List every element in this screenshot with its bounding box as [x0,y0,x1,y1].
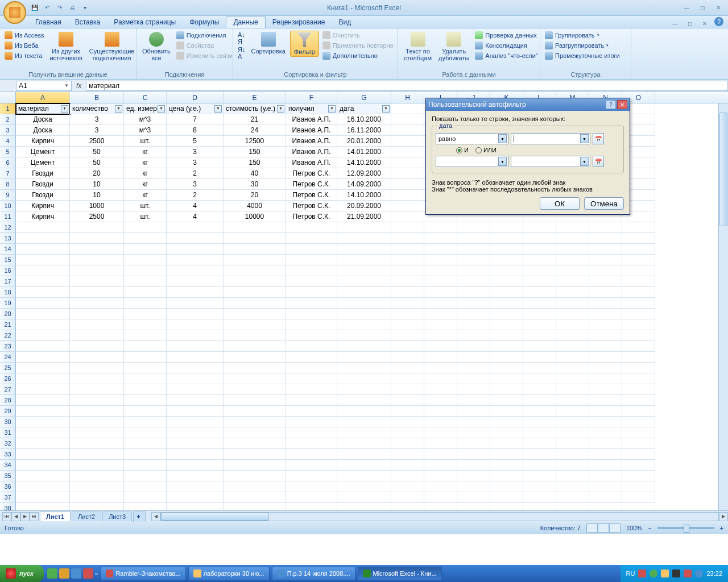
cell[interactable] [286,384,337,395]
date-picker1-button[interactable]: 📅 [593,133,604,144]
cell[interactable] [556,384,589,395]
col-header-C[interactable]: C [124,92,167,103]
cell[interactable] [391,460,424,471]
cell[interactable] [224,471,286,481]
cell[interactable] [589,460,622,471]
cell[interactable] [337,233,391,244]
cell[interactable] [490,406,523,417]
cell[interactable] [523,363,556,373]
cell[interactable] [224,438,286,449]
cell[interactable] [337,222,391,233]
cell[interactable] [424,255,457,265]
cell[interactable] [589,427,622,438]
cell[interactable] [286,298,337,309]
cell[interactable]: 4 [167,211,224,222]
cell[interactable] [16,330,70,341]
cell[interactable] [167,341,224,352]
cell[interactable] [224,265,286,276]
cell[interactable] [556,265,589,276]
cell[interactable] [523,471,556,481]
cell[interactable] [16,233,70,244]
row-header-9[interactable]: 9 [0,190,16,201]
cell[interactable]: 10 [70,190,124,201]
cell[interactable] [70,319,124,330]
col-header-E[interactable]: E [224,92,286,103]
cell[interactable] [391,449,424,460]
cell[interactable] [224,417,286,427]
cell[interactable]: 4000 [224,201,286,211]
cell[interactable] [70,265,124,276]
cell[interactable] [286,503,337,510]
cell[interactable] [124,492,167,503]
cell[interactable] [589,276,622,287]
sort-asc-button[interactable]: А↓Я [237,31,246,45]
cell[interactable]: кг [124,157,167,168]
cell[interactable] [589,341,622,352]
sort-desc-button[interactable]: Я↓А [237,45,246,60]
cell[interactable] [16,298,70,309]
cell[interactable] [286,417,337,427]
cell[interactable] [286,438,337,449]
cell[interactable] [490,503,523,510]
row-header-5[interactable]: 5 [0,147,16,157]
row-header-32[interactable]: 32 [0,438,16,449]
subtotal-button[interactable]: Промежуточные итоги [544,51,621,60]
cell[interactable] [124,384,167,395]
cell[interactable] [70,363,124,373]
taskbar-folder[interactable]: лабораторки 30 ию... [188,567,270,580]
cell[interactable] [622,460,655,471]
cell[interactable] [457,330,490,341]
consolidate-button[interactable]: Консолидация [474,41,539,50]
cell[interactable] [490,395,523,406]
cell[interactable] [124,503,167,510]
cell[interactable] [589,255,622,265]
cell[interactable] [224,330,286,341]
row-header-6[interactable]: 6 [0,157,16,168]
row-header-12[interactable]: 12 [0,222,16,233]
cell[interactable] [523,244,556,255]
advanced-filter-button[interactable]: Дополнительно [321,51,395,60]
cell[interactable] [224,481,286,492]
cell[interactable] [224,460,286,471]
cell[interactable]: цена (у.е.)▼ [167,103,224,114]
cell[interactable] [589,481,622,492]
cell[interactable] [490,222,523,233]
sheet-tab-2[interactable]: Лист2 [72,512,101,521]
cell[interactable] [622,427,655,438]
cell[interactable] [16,319,70,330]
cell[interactable] [70,244,124,255]
cell[interactable]: Петров С.К. [286,190,337,201]
row-header-2[interactable]: 2 [0,114,16,125]
row-header-22[interactable]: 22 [0,330,16,341]
cell[interactable] [337,255,391,265]
cell[interactable] [424,481,457,492]
cell[interactable] [124,298,167,309]
cell[interactable] [424,298,457,309]
cell[interactable] [523,341,556,352]
cell[interactable] [589,503,622,510]
cell[interactable] [337,417,391,427]
row-header-16[interactable]: 16 [0,265,16,276]
cell[interactable] [391,136,424,147]
cell[interactable] [224,363,286,373]
cell[interactable] [70,276,124,287]
dialog-help-button[interactable]: ? [606,100,616,109]
cell[interactable] [337,363,391,373]
cell[interactable] [589,244,622,255]
ql-icon[interactable] [47,568,57,579]
condition1-operator[interactable]: равно▼ [436,133,508,144]
cell[interactable] [391,309,424,319]
cell[interactable] [556,233,589,244]
cell[interactable]: 20.09.2000 [337,201,391,211]
cell[interactable]: Цемент [16,157,70,168]
cell[interactable] [622,276,655,287]
cell[interactable] [622,341,655,352]
cell[interactable]: Доска [16,125,70,136]
ungroup-button[interactable]: Разгруппировать▾ [544,41,621,50]
cancel-button[interactable]: Отмена [584,197,624,210]
cell[interactable] [286,471,337,481]
cell[interactable] [457,395,490,406]
cell[interactable] [70,309,124,319]
cell[interactable] [167,255,224,265]
cell[interactable] [523,222,556,233]
